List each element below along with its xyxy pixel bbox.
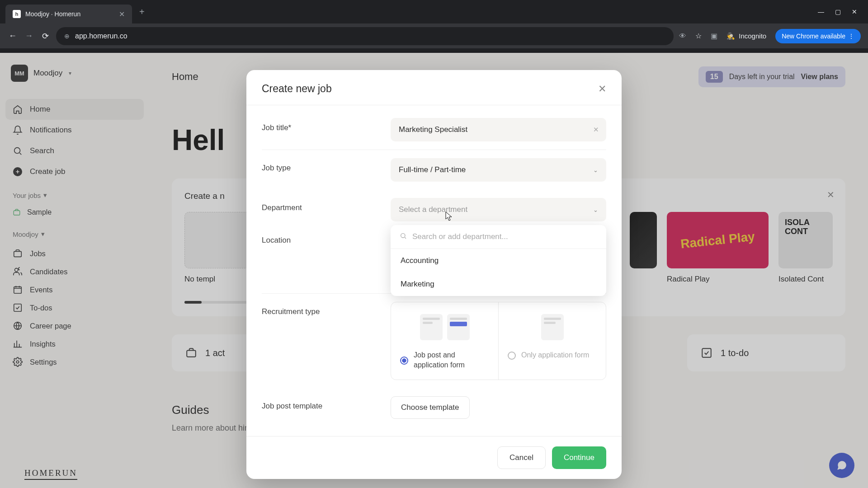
svg-point-0 (14, 148, 20, 154)
recruitment-opt-form-only[interactable]: Only application form (499, 302, 606, 380)
row-job-type: Job type Full-time / Part-time ⌄ (262, 150, 606, 190)
recruitment-opt-both[interactable]: Job post and application form (391, 302, 499, 380)
nav-events[interactable]: Events (5, 281, 144, 299)
svg-rect-9 (187, 351, 196, 357)
site-info-icon[interactable]: ⊕ (64, 33, 70, 40)
tab-close-icon[interactable]: ✕ (119, 10, 125, 19)
radio-checked-icon (400, 357, 408, 365)
label-location: Location (262, 230, 391, 245)
cancel-button[interactable]: Cancel (497, 446, 546, 469)
nav-label: Search (30, 146, 54, 155)
bell-icon (13, 125, 23, 135)
minimize-icon[interactable]: — (818, 8, 824, 15)
dropdown-search (391, 225, 606, 249)
nav-label: Career page (30, 322, 71, 330)
choose-template-button[interactable]: Choose template (391, 396, 470, 419)
eye-off-icon[interactable]: 👁 (679, 32, 686, 40)
create-job-modal: Create new job ✕ Job title* Marketing Sp… (246, 70, 622, 479)
nav-settings[interactable]: Settings (5, 353, 144, 371)
org-section[interactable]: Moodjoy ▾ (5, 221, 144, 243)
continue-button[interactable]: Continue (552, 446, 606, 469)
page-title: Home (172, 71, 198, 83)
opt-label: Only application form (521, 350, 589, 360)
nav-label: Create job (30, 167, 65, 176)
tab-title: Moodjoy · Homerun (25, 10, 114, 18)
nav-search[interactable]: Search (5, 141, 144, 161)
incognito-indicator: 🕵 Incognito (726, 32, 766, 40)
label-department: Department (262, 198, 391, 212)
stat-todos[interactable]: 1 to-do (687, 334, 845, 371)
nav-candidates[interactable]: Candidates (5, 263, 144, 281)
job-type-select[interactable]: Full-time / Part-time ⌄ (391, 158, 606, 182)
input-value: Marketing Specialist (399, 125, 467, 134)
trial-text: Days left in your trial (729, 73, 795, 81)
close-window-icon[interactable]: ✕ (852, 8, 857, 15)
nav-label: Home (30, 105, 50, 114)
window-controls: — ▢ ✕ (818, 8, 863, 15)
nav-career-page[interactable]: Career page (5, 317, 144, 335)
your-jobs-section[interactable]: Your jobs ▾ (5, 182, 144, 204)
chart-icon (13, 339, 23, 349)
department-dropdown: Accounting Marketing (391, 225, 606, 296)
org-switcher[interactable]: MM Moodjoy ▾ (5, 60, 144, 86)
nav-label: Settings (30, 358, 57, 366)
nav-label: To-dos (30, 304, 52, 312)
template-tile-radical[interactable]: Radical Play Radical Play (667, 212, 769, 284)
back-button[interactable]: ← (7, 31, 18, 41)
bookmark-icon[interactable]: ☆ (695, 32, 702, 40)
modal-body: Job title* Marketing Specialist ✕ Job ty… (246, 105, 622, 436)
close-icon[interactable]: ✕ (598, 83, 606, 95)
nav-label: Insights (30, 340, 56, 348)
gear-icon (13, 357, 23, 367)
department-select[interactable]: Select a department ⌄ (391, 198, 606, 221)
users-icon (13, 267, 23, 277)
stat-label: 1 to-do (721, 348, 749, 358)
search-icon (400, 232, 407, 241)
panel-icon[interactable]: ▣ (711, 32, 717, 40)
nav-todos[interactable]: To-dos (5, 299, 144, 317)
nav-jobs[interactable]: Jobs (5, 244, 144, 263)
trial-days-count: 15 (706, 71, 723, 83)
nav-home[interactable]: Home (5, 99, 144, 120)
template-tile-isolated[interactable]: ISOLA CONT Isolated Cont (778, 212, 833, 284)
row-job-title: Job title* Marketing Specialist ✕ (262, 110, 606, 150)
secondary-nav: Jobs Candidates Events To-dos Career pag… (5, 244, 144, 371)
maximize-icon[interactable]: ▢ (835, 8, 841, 15)
dropdown-search-input[interactable] (412, 232, 597, 241)
job-title-input[interactable]: Marketing Specialist ✕ (391, 118, 606, 141)
nav-notifications[interactable]: Notifications (5, 120, 144, 141)
job-sample[interactable]: Sample (5, 204, 144, 221)
template-tile-partial[interactable] (630, 212, 657, 275)
modal-header: Create new job ✕ (246, 70, 622, 105)
dropdown-option-marketing[interactable]: Marketing (391, 272, 606, 296)
modal-footer: Cancel Continue (246, 436, 622, 479)
select-placeholder: Select a department (399, 205, 467, 214)
address-bar: ← → ⟳ ⊕ app.homerun.co 👁 ☆ ▣ 🕵 Incognito… (0, 23, 868, 48)
close-icon[interactable]: ✕ (827, 189, 835, 200)
stat-label: 1 act (205, 348, 225, 358)
clear-icon[interactable]: ✕ (593, 126, 599, 134)
dropdown-option-accounting[interactable]: Accounting (391, 249, 606, 272)
update-label: New Chrome available (782, 33, 845, 40)
new-tab-button[interactable]: + (134, 7, 150, 17)
calendar-icon (13, 285, 23, 295)
svg-point-8 (16, 361, 19, 363)
view-plans-link[interactable]: View plans (801, 73, 838, 81)
section-label-text: Your jobs (13, 192, 41, 199)
svg-rect-2 (14, 211, 20, 215)
sidebar: MM Moodjoy ▾ Home Notifications Search C… (0, 53, 149, 488)
tile-preview: Radical Play (667, 212, 769, 268)
chrome-update-button[interactable]: New Chrome available ⋮ (775, 29, 861, 43)
url-input[interactable]: ⊕ app.homerun.co (56, 27, 674, 45)
section-label-text: Moodjoy (13, 230, 38, 238)
check-square-icon (701, 347, 712, 359)
incognito-icon: 🕵 (726, 32, 735, 40)
chat-launcher[interactable] (829, 453, 854, 478)
nav-create-job[interactable]: Create job (5, 161, 144, 182)
nav-insights[interactable]: Insights (5, 335, 144, 353)
homerun-logo: HOMERUN (24, 468, 77, 480)
reload-button[interactable]: ⟳ (40, 31, 51, 41)
forward-button[interactable]: → (24, 31, 34, 41)
trial-badge[interactable]: 15 Days left in your trial View plans (698, 66, 845, 87)
browser-tab[interactable]: h Moodjoy · Homerun ✕ (5, 5, 132, 23)
